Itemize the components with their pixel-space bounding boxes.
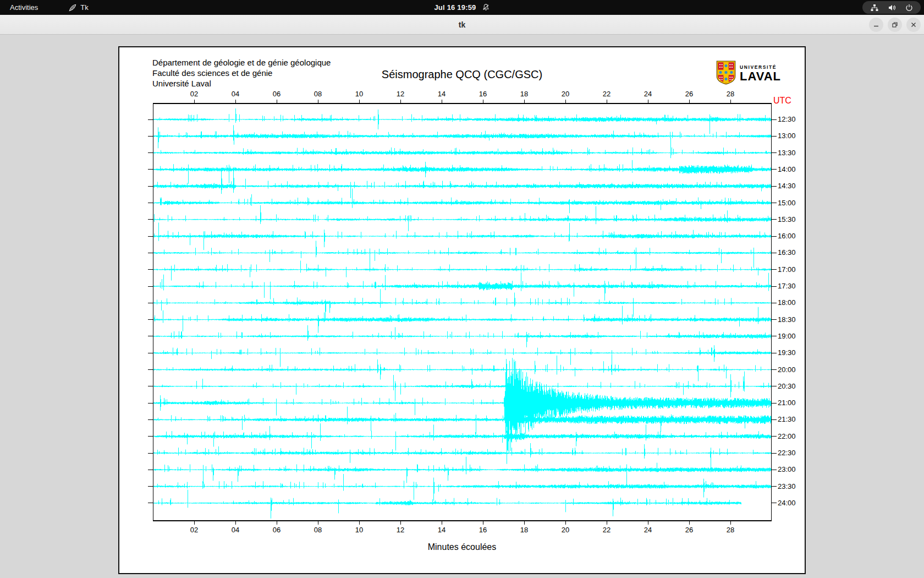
right-trace-tick [772,486,777,487]
window-title: tk [0,15,924,35]
top-axis-tick [689,100,690,103]
bottom-axis-tick [648,521,648,525]
bottom-axis-tick [194,521,195,525]
left-trace-tick [148,303,153,303]
bottom-axis-tick [277,521,277,525]
laval-logo: UNIVERSITÉ LAVAL [716,61,781,87]
header-line-2: Faculté des sciences et de génie [152,68,331,78]
left-trace-tick [148,436,153,437]
bottom-x-tick-label: 02 [185,526,204,534]
right-trace-tick [772,136,777,137]
minimize-button[interactable] [869,18,883,32]
bottom-x-tick-label: 22 [597,526,616,534]
left-trace-tick [148,386,153,386]
top-axis-tick [524,100,525,103]
top-axis-tick [565,100,566,103]
chart-title: Séismographe QCQ (CGC/GSC) [324,68,600,81]
utc-time-label: 14:30 [778,182,796,190]
clock-button[interactable]: Jul 16 19:59 [434,3,476,12]
left-trace-tick [148,186,153,187]
seismograph-panel: Département de géologie et de génie géol… [118,46,806,574]
utc-time-label: 17:30 [778,282,796,290]
right-trace-tick [772,436,777,437]
right-trace-tick [772,336,777,336]
left-trace-tick [148,319,153,320]
left-trace-tick [148,419,153,420]
top-x-tick-label: 10 [350,90,369,98]
bottom-axis-tick [689,521,690,525]
utc-time-label: 12:30 [778,115,796,123]
department-header: Département de géologie et de génie géol… [152,57,331,89]
left-trace-tick [148,403,153,403]
left-trace-tick [148,119,153,120]
utc-time-label: 22:30 [778,449,796,457]
window-body: Département de géologie et de génie géol… [0,35,924,578]
utc-time-label: 20:00 [778,366,796,374]
bottom-axis-tick [565,521,566,525]
power-icon [905,4,913,12]
right-trace-tick [772,453,777,454]
left-trace-tick [148,152,153,153]
right-trace-tick [772,186,777,187]
top-bar: Activities Tk Jul 16 19:59 [0,0,924,15]
utc-time-label: 21:30 [778,415,796,423]
right-trace-tick [772,319,777,320]
left-trace-tick [148,336,153,336]
system-status-area[interactable] [862,1,921,14]
right-trace-tick [772,203,777,203]
utc-time-label: 15:00 [778,199,796,207]
top-axis-tick [359,100,360,103]
top-x-tick-label: 04 [226,90,245,98]
utc-time-label: 14:00 [778,165,796,173]
left-trace-tick [148,470,153,470]
close-icon[interactable] [906,18,921,32]
bottom-x-tick-label: 26 [680,526,698,534]
top-axis-tick [730,100,731,103]
left-trace-tick [148,269,153,270]
bottom-x-tick-label: 08 [309,526,327,534]
restore-button[interactable] [888,18,902,32]
top-axis-tick [194,100,195,103]
utc-time-label: 21:00 [778,399,796,407]
top-x-tick-label: 18 [515,90,534,98]
right-trace-tick [772,119,777,120]
bottom-axis-tick [483,521,483,525]
utc-time-label: 23:00 [778,465,796,473]
bottom-x-tick-label: 04 [226,526,245,534]
logo-universite-text: UNIVERSITÉ [740,65,781,70]
bottom-x-tick-label: 28 [721,526,740,534]
bottom-axis-tick [730,521,731,525]
utc-time-label: 20:30 [778,382,796,390]
utc-time-label: 18:30 [778,315,796,324]
right-trace-tick [772,219,777,220]
laval-shield-icon [716,61,736,87]
bottom-x-tick-label: 12 [391,526,410,534]
right-trace-tick [772,419,777,420]
left-trace-tick [148,503,153,503]
top-axis-tick [277,100,277,103]
desktop: Activities Tk Jul 16 19:59 [0,0,924,578]
top-axis-tick [648,100,648,103]
top-axis-tick [400,100,401,103]
bottom-axis-tick [235,521,236,525]
left-trace-tick [148,369,153,370]
utc-time-label: 22:00 [778,432,796,440]
utc-time-label: 16:30 [778,248,796,257]
right-trace-tick [772,269,777,270]
utc-time-label: 16:00 [778,232,796,240]
bottom-axis-tick [318,521,318,525]
bottom-axis-tick [524,521,525,525]
bottom-x-tick-label: 20 [556,526,575,534]
bottom-axis-tick [400,521,401,525]
window-title-bar[interactable]: tk [0,15,924,35]
left-trace-tick [148,236,153,237]
top-x-tick-label: 20 [556,90,575,98]
header-line-1: Département de géologie et de génie géol… [152,57,331,68]
logo-laval-text: LAVAL [740,70,781,83]
bottom-axis-tick [607,521,607,525]
right-trace-tick [772,353,777,353]
top-x-tick-label: 24 [639,90,657,98]
utc-time-label: 23:30 [778,482,796,490]
right-trace-tick [772,386,777,386]
right-trace-tick [772,470,777,470]
